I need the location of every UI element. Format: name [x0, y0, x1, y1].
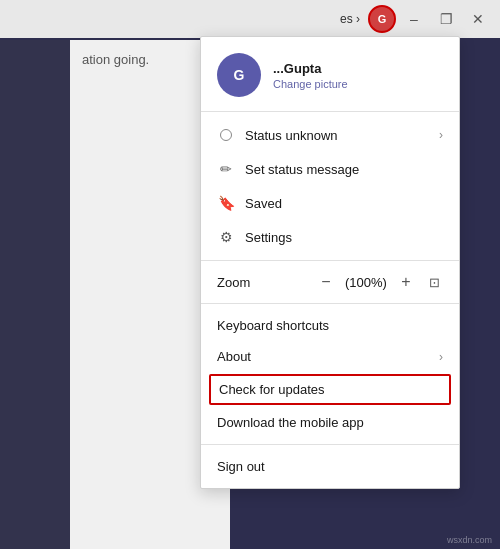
set-status-item[interactable]: ✏ Set status message — [201, 152, 459, 186]
restore-button[interactable]: ❐ — [432, 5, 460, 33]
check-updates-label: Check for updates — [219, 382, 441, 397]
about-label: About — [217, 349, 429, 364]
saved-item[interactable]: 🔖 Saved — [201, 186, 459, 220]
status-unknown-item[interactable]: Status unknown › — [201, 118, 459, 152]
gear-icon: ⚙ — [217, 228, 235, 246]
fullscreen-button[interactable]: ⊡ — [425, 273, 443, 291]
bookmark-icon: 🔖 — [217, 194, 235, 212]
status-icon — [217, 126, 235, 144]
signout-section: Sign out — [201, 444, 459, 488]
minimize-button[interactable]: – — [400, 5, 428, 33]
profile-info: ...Gupta Change picture — [273, 60, 348, 90]
download-app-item[interactable]: Download the mobile app — [201, 407, 459, 438]
settings-item[interactable]: ⚙ Settings — [201, 220, 459, 254]
zoom-out-button[interactable]: − — [315, 271, 337, 293]
zoom-label: Zoom — [217, 275, 307, 290]
status-section: Status unknown › ✏ Set status message 🔖 … — [201, 112, 459, 261]
watermark: wsxdn.com — [447, 535, 492, 545]
zoom-in-button[interactable]: + — [395, 271, 417, 293]
pencil-icon: ✏ — [217, 160, 235, 178]
chevron-right-icon: › — [439, 128, 443, 142]
status-unknown-label: Status unknown — [245, 128, 429, 143]
profile-section: G ...Gupta Change picture — [201, 37, 459, 112]
profile-avatar-button[interactable]: G — [368, 5, 396, 33]
sign-out-label: Sign out — [217, 459, 443, 474]
profile-name: ...Gupta — [273, 60, 348, 78]
avatar: G — [217, 53, 261, 97]
about-item[interactable]: About › — [201, 341, 459, 372]
avatar-initials: G — [234, 67, 245, 83]
sidebar — [0, 40, 70, 549]
bottom-section: Keyboard shortcuts About › Check for upd… — [201, 304, 459, 444]
about-chevron-icon: › — [439, 350, 443, 364]
check-updates-item[interactable]: Check for updates — [209, 374, 451, 405]
change-picture-link[interactable]: Change picture — [273, 78, 348, 90]
titlebar: es › G – ❐ ✕ — [0, 0, 500, 38]
zoom-section: Zoom − (100%) + ⊡ — [201, 261, 459, 304]
settings-label: Settings — [245, 230, 443, 245]
keyboard-shortcuts-label: Keyboard shortcuts — [217, 318, 443, 333]
profile-dropdown: G ...Gupta Change picture Status unknown… — [200, 36, 460, 489]
content-text: ation going. — [82, 52, 149, 67]
keyboard-shortcuts-item[interactable]: Keyboard shortcuts — [201, 310, 459, 341]
download-app-label: Download the mobile app — [217, 415, 443, 430]
saved-label: Saved — [245, 196, 443, 211]
sign-out-item[interactable]: Sign out — [201, 451, 459, 482]
status-dot — [220, 129, 232, 141]
language-selector[interactable]: es › — [340, 12, 360, 26]
close-button[interactable]: ✕ — [464, 5, 492, 33]
zoom-value: (100%) — [345, 275, 387, 290]
set-status-label: Set status message — [245, 162, 443, 177]
